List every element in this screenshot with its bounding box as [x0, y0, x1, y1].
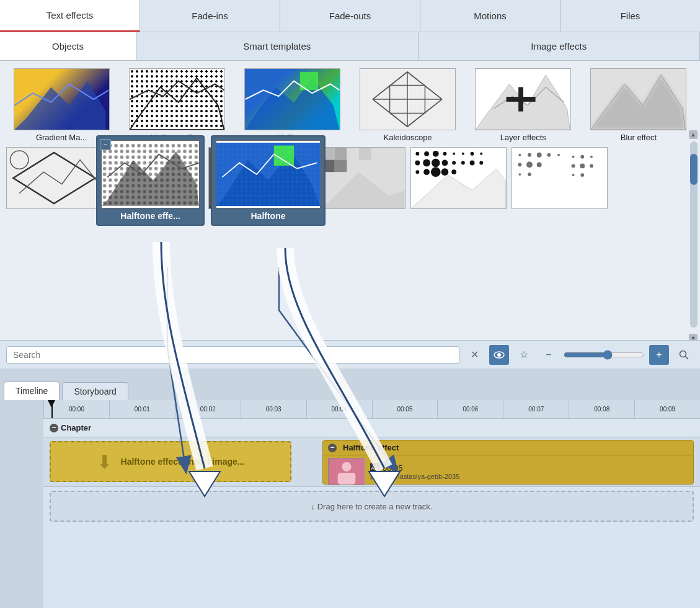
svg-point-49	[431, 167, 441, 177]
chapter-row: − Chapter	[43, 419, 700, 437]
search-input[interactable]	[6, 346, 459, 364]
effect-item-layer-effects[interactable]: Layer effects	[468, 68, 578, 142]
tab-smart-templates[interactable]: Smart templates	[136, 32, 419, 60]
track-collapse-icon[interactable]: −	[328, 444, 337, 452]
svg-point-70	[572, 156, 575, 158]
zoom-out-button[interactable]: −	[539, 345, 559, 365]
track-effect-halftone: − Halftone effect	[322, 440, 694, 485]
svg-point-51	[451, 169, 456, 174]
effect-thumb-halftone-color	[244, 68, 340, 130]
svg-point-54	[480, 153, 482, 155]
timeline-content: 00:00 00:01 00:02 00:03 00:04 00:05 00:0…	[0, 400, 700, 608]
effects-content-area: Gradient Ma... Halftone effe...	[0, 61, 700, 340]
effect-thumb-layer-effects	[475, 68, 571, 130]
effects-scrollbar[interactable]	[690, 141, 698, 328]
search-button[interactable]	[674, 345, 694, 365]
effect-item-halftone-bw[interactable]: Halftone effe...	[122, 68, 232, 142]
svg-point-55	[461, 161, 465, 165]
svg-point-52	[462, 153, 464, 155]
effect-item-diamond[interactable]	[6, 147, 102, 209]
tab-fade-ins[interactable]: Fade-ins	[140, 0, 280, 32]
svg-point-47	[415, 170, 419, 174]
search-clear-button[interactable]: ✕	[464, 345, 484, 365]
svg-point-48	[423, 169, 430, 175]
tab-image-effects[interactable]: Image effects	[419, 32, 701, 60]
effect-item-gradient-map[interactable]: Gradient Ma...	[6, 68, 117, 142]
track-filename: pexels-anastasiya-gebb-2035	[370, 473, 459, 480]
chapter-collapse-icon[interactable]: −	[50, 424, 58, 432]
tab-objects[interactable]: Objects	[0, 32, 136, 60]
ab-icon: AB	[370, 463, 380, 473]
tooltip-halftone-color: Halftone	[211, 135, 326, 226]
svg-point-53	[471, 152, 474, 156]
svg-point-72	[590, 156, 593, 158]
ruler-mark-8: 00:08	[569, 400, 634, 419]
effect-item-blur[interactable]: Blur effect	[583, 68, 694, 142]
svg-point-65	[518, 163, 521, 167]
svg-point-37	[415, 152, 419, 156]
track-thumb	[328, 458, 365, 485]
tab-storyboard[interactable]: Storyboard	[62, 382, 128, 400]
track-row-insert: ⬇ Halftone effect: Insert image... − Hal…	[43, 437, 700, 487]
ruler-mark-3: 00:03	[241, 400, 306, 419]
track-effect-body: AB 00:05 pexels-anastasiya-gebb-2035	[323, 455, 693, 488]
ruler-mark-6: 00:06	[437, 400, 503, 419]
svg-line-90	[686, 356, 689, 359]
scroll-down-arrow[interactable]: ▼	[689, 334, 698, 340]
view-mode-button[interactable]	[489, 345, 509, 365]
svg-point-71	[580, 155, 584, 159]
favorites-button[interactable]: ☆	[514, 345, 534, 365]
effect-item-kaleidoscope[interactable]: Kaleidoscope	[353, 68, 463, 142]
tab-fade-outs[interactable]: Fade-outs	[280, 0, 420, 32]
zoom-slider[interactable]	[564, 350, 644, 360]
svg-point-77	[580, 173, 584, 177]
svg-point-61	[528, 153, 531, 157]
tab-text-effects[interactable]: Text effects	[0, 0, 140, 32]
tab-timeline[interactable]: Timeline	[4, 382, 60, 400]
search-bar: ✕ ☆ − +	[0, 340, 700, 369]
svg-rect-29	[335, 148, 347, 160]
svg-point-43	[423, 159, 430, 167]
effect-thumb-gradient-map	[14, 68, 110, 130]
svg-marker-1	[130, 78, 224, 130]
track-info: AB 00:05 pexels-anastasiya-gebb-2035	[370, 463, 459, 480]
svg-point-44	[432, 159, 440, 168]
ruler-mark-5: 00:05	[372, 400, 438, 419]
new-track-drop-zone[interactable]: ↓ Drag here to create a new track.	[50, 491, 694, 522]
scrollbar-thumb[interactable]	[690, 154, 698, 185]
svg-point-74	[580, 163, 585, 168]
effect-item-dots1[interactable]	[410, 147, 507, 209]
playhead-head	[48, 400, 55, 408]
zoom-in-button[interactable]: +	[649, 345, 669, 365]
ruler-mark-4: 00:04	[306, 400, 372, 419]
svg-point-62	[537, 153, 542, 158]
svg-marker-0	[14, 81, 105, 130]
svg-point-56	[470, 161, 475, 166]
insert-text: Halftone effect: Insert image...	[121, 457, 245, 467]
effect-item-dots2[interactable]	[512, 147, 608, 209]
ruler-mark-9: 00:09	[634, 400, 700, 419]
new-track-label: ↓ Drag here to create a new track.	[311, 502, 433, 511]
second-tabs-bar: Objects Smart templates Image effects	[0, 32, 700, 61]
effect-item-halftone-color[interactable]: Halftone	[237, 68, 347, 142]
tab-motions[interactable]: Motions	[420, 0, 560, 32]
svg-point-73	[572, 164, 575, 168]
svg-point-39	[433, 151, 439, 157]
tab-files[interactable]: Files	[560, 0, 700, 32]
svg-point-45	[442, 160, 448, 166]
chapter-label: Chapter	[61, 423, 91, 432]
svg-point-50	[441, 168, 449, 176]
scroll-up-arrow[interactable]: ▲	[689, 130, 698, 139]
svg-rect-30	[347, 148, 359, 160]
svg-point-76	[572, 174, 575, 176]
svg-point-66	[526, 162, 533, 168]
svg-point-63	[547, 153, 551, 157]
effect-thumb-kaleidoscope	[360, 68, 456, 130]
effect-thumb-dots1	[410, 147, 507, 209]
timeline-tracks: − Chapter ⬇ Halftone effect: Insert imag…	[43, 419, 700, 608]
svg-rect-31	[359, 148, 371, 160]
svg-marker-21	[591, 75, 686, 130]
svg-point-41	[453, 153, 455, 155]
tooltip-minus-btn[interactable]: −	[100, 139, 111, 150]
svg-point-40	[443, 152, 447, 156]
